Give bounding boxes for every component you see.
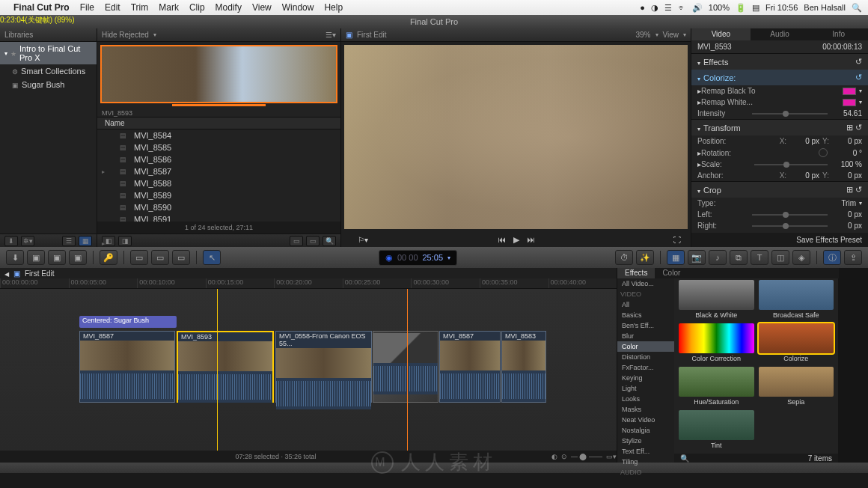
fx-category[interactable]: All xyxy=(617,299,674,310)
snapping-button[interactable]: ⊙ xyxy=(561,453,567,460)
reset-icon[interactable]: ↺ xyxy=(855,73,862,82)
clip-row[interactable]: MVI_8587 xyxy=(97,165,340,177)
statusbar-icon[interactable]: ● xyxy=(640,3,645,12)
transitions-browser-button[interactable]: ⧉ xyxy=(730,250,748,265)
fx-category[interactable]: Masks xyxy=(617,404,674,415)
video-clip[interactable]: MVI_8593 xyxy=(177,331,274,403)
viewer-settings-button[interactable]: ⚐▾ xyxy=(358,236,368,244)
share-button[interactable]: ⇪ xyxy=(844,250,862,265)
clip-row[interactable]: MVI_8590 xyxy=(97,201,340,213)
effects-section-header[interactable]: Effects xyxy=(703,58,728,67)
intensity-slider[interactable] xyxy=(752,113,828,115)
clip-row[interactable]: MVI_8585 xyxy=(97,141,340,153)
search-icon[interactable]: 🔍 xyxy=(852,3,862,13)
fx-category[interactable]: Keying xyxy=(617,373,674,383)
crop-section-header[interactable]: Crop xyxy=(703,186,721,195)
menu-file[interactable]: File xyxy=(80,2,94,13)
tool-select[interactable]: ↖ xyxy=(203,250,221,265)
titles-browser-button[interactable]: T xyxy=(751,250,768,265)
colorize-section-header[interactable]: Colorize: xyxy=(703,73,736,82)
retiming-button[interactable]: ⏱ xyxy=(615,250,633,265)
fx-category[interactable]: Nostalgia xyxy=(617,425,674,436)
tool-button[interactable]: ▭ xyxy=(151,250,169,265)
fx-category[interactable]: FxFactor... xyxy=(617,362,674,373)
filmstrip[interactable]: MVI_8593 xyxy=(97,42,340,117)
skimmer[interactable] xyxy=(217,289,218,451)
fx-category[interactable]: Looks xyxy=(617,394,674,404)
fx-search-button[interactable]: 🔍 xyxy=(680,454,689,463)
zoom-slider[interactable]: — ⬤ —— xyxy=(571,453,602,460)
tool-button[interactable]: ▣ xyxy=(69,250,87,265)
color-swatch[interactable] xyxy=(843,99,856,106)
view-menu[interactable]: View xyxy=(663,31,679,39)
user-name[interactable]: Ben Halsall xyxy=(804,3,846,12)
zoom-level[interactable]: 39% xyxy=(635,31,650,39)
browser-settings-button[interactable]: ☰▾ xyxy=(326,31,336,39)
fx-category[interactable]: Ben's Eff... xyxy=(617,320,674,331)
menu-help[interactable]: Help xyxy=(324,2,343,13)
statusbar-icon[interactable]: ☰ xyxy=(664,3,672,13)
menu-edit[interactable]: Edit xyxy=(105,2,120,13)
menu-mark[interactable]: Mark xyxy=(159,2,179,13)
statusbar-icon[interactable]: ◑ xyxy=(651,3,658,13)
tool-button[interactable]: ▣ xyxy=(48,250,66,265)
browser-btn[interactable]: ▭ xyxy=(306,236,320,246)
tab-audio[interactable]: Audio xyxy=(751,28,810,40)
clock[interactable]: Fri 10:56 xyxy=(765,3,798,12)
clip-row[interactable]: MVI_8586 xyxy=(97,153,340,165)
skimming-button[interactable]: ◐ xyxy=(551,453,557,460)
music-browser-button[interactable]: ♪ xyxy=(709,250,727,265)
tool-button[interactable]: ▭ xyxy=(130,250,148,265)
transition-clip[interactable] xyxy=(373,331,438,403)
filmstrip-view-button[interactable]: ▦ xyxy=(79,236,92,246)
keyword-button[interactable]: 🔑 xyxy=(100,250,117,265)
crop-slider[interactable] xyxy=(752,225,828,227)
hide-rejected-toggle[interactable]: Hide Rejected xyxy=(102,31,149,39)
fx-category[interactable]: Tiling xyxy=(617,457,674,467)
effects-browser-button[interactable]: ▦ xyxy=(667,250,685,265)
clip-row[interactable]: MVI_8584 xyxy=(97,129,340,141)
filmstrip-thumbnail[interactable] xyxy=(100,45,337,103)
effect-preset[interactable]: Colorize xyxy=(759,323,834,362)
library-root[interactable]: Intro to Final Cut Pro X xyxy=(0,42,97,64)
smart-collections-item[interactable]: Smart Collections xyxy=(0,64,97,78)
timeline-project-name[interactable]: First Edit xyxy=(25,269,54,278)
timecode-display[interactable]: ◉ 00 00 25:05 ▾ xyxy=(379,250,457,266)
video-clip[interactable]: MVI_8587 xyxy=(79,331,175,403)
enhance-button[interactable]: ✨ xyxy=(636,250,654,265)
clip-row[interactable]: MVI_8588 xyxy=(97,177,340,189)
library-settings-button[interactable]: ✲▾ xyxy=(21,236,34,246)
menu-clip[interactable]: Clip xyxy=(189,2,205,13)
app-name[interactable]: Final Cut Pro xyxy=(13,2,70,13)
color-swatch[interactable] xyxy=(843,88,856,95)
onscreen-controls-icon[interactable]: ⊞ xyxy=(846,123,853,132)
inspector-toggle-button[interactable]: ⓘ xyxy=(823,250,841,265)
crop-slider[interactable] xyxy=(752,214,828,216)
list-view-button[interactable]: ☰ xyxy=(62,236,76,246)
video-clip[interactable]: MVI_8587 xyxy=(439,331,501,403)
fx-all-video[interactable]: All Video... xyxy=(617,278,674,289)
battery-icon[interactable]: 🔋 xyxy=(736,3,746,13)
tab-effects[interactable]: Effects xyxy=(617,268,655,278)
import-button[interactable]: ⬇ xyxy=(4,236,18,246)
browser-btn[interactable]: ◨ xyxy=(118,236,132,246)
effect-preset[interactable]: Sepia xyxy=(759,367,834,406)
clip-appearance-button[interactable]: ▭▾ xyxy=(606,453,617,460)
tab-color[interactable]: Color xyxy=(655,268,688,278)
volume-icon[interactable]: 🔊 xyxy=(692,3,703,13)
effect-preset[interactable]: Black & White xyxy=(679,280,754,319)
fx-category[interactable]: Distortion xyxy=(617,352,674,362)
audio-meters[interactable] xyxy=(838,268,868,463)
generators-browser-button[interactable]: ◫ xyxy=(771,250,789,265)
timeline-back-button[interactable] xyxy=(4,269,9,278)
prev-frame-button[interactable]: ⏮ xyxy=(498,235,506,244)
tab-video[interactable]: Video xyxy=(691,28,751,40)
tool-button[interactable]: ▭ xyxy=(172,250,190,265)
flag-icon[interactable]: ▤ xyxy=(752,3,760,13)
menu-window[interactable]: Window xyxy=(282,2,314,13)
fx-category[interactable]: Basics xyxy=(617,310,674,320)
fx-category[interactable]: Color xyxy=(617,341,674,352)
themes-browser-button[interactable]: ◈ xyxy=(792,250,810,265)
reset-icon[interactable]: ↺ xyxy=(855,123,862,132)
menu-view[interactable]: View xyxy=(252,2,272,13)
